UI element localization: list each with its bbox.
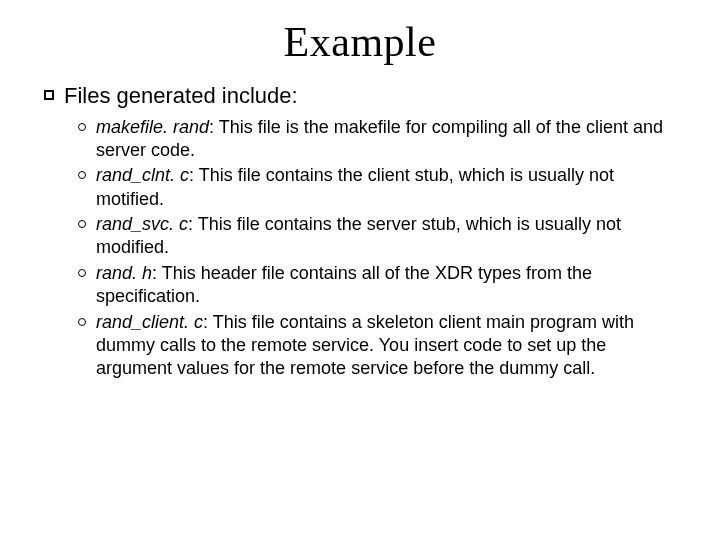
circle-bullet-icon [78, 123, 86, 131]
square-bullet-icon [44, 90, 54, 100]
list-item-text: rand_svc. c: This file contains the serv… [96, 213, 680, 260]
list-item: rand. h: This header file contains all o… [78, 262, 680, 309]
list-item-text: rand_client. c: This file contains a ske… [96, 311, 680, 381]
list-item-text: rand. h: This header file contains all o… [96, 262, 680, 309]
circle-bullet-icon [78, 269, 86, 277]
term: makefile. rand [96, 117, 209, 137]
list-item-text: makefile. rand: This file is the makefil… [96, 116, 680, 163]
circle-bullet-icon [78, 220, 86, 228]
list-item: rand_svc. c: This file contains the serv… [78, 213, 680, 260]
circle-bullet-icon [78, 171, 86, 179]
slide-title: Example [0, 18, 720, 66]
term: rand_svc. c [96, 214, 188, 234]
list-item: rand_client. c: This file contains a ske… [78, 311, 680, 381]
list-item: makefile. rand: This file is the makefil… [78, 116, 680, 163]
list-item: rand_clnt. c: This file contains the cli… [78, 164, 680, 211]
level2-list: makefile. rand: This file is the makefil… [78, 116, 680, 381]
desc: : This header file contains all of the X… [96, 263, 592, 306]
term: rand. h [96, 263, 152, 283]
circle-bullet-icon [78, 318, 86, 326]
term: rand_client. c [96, 312, 203, 332]
bullet-level1: Files generated include: [44, 82, 680, 110]
level1-text: Files generated include: [64, 82, 298, 110]
slide-content: Files generated include: makefile. rand:… [44, 82, 680, 383]
list-item-text: rand_clnt. c: This file contains the cli… [96, 164, 680, 211]
term: rand_clnt. c [96, 165, 189, 185]
slide: Example Files generated include: makefil… [0, 0, 720, 540]
